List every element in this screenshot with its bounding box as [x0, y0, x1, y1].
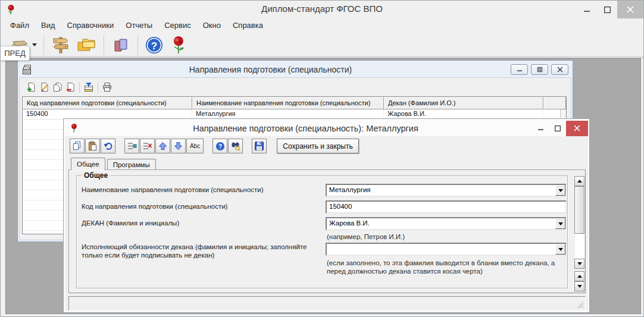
copy-record-icon: [52, 82, 62, 92]
save-icon: [254, 141, 264, 151]
folders-icon: [76, 36, 97, 54]
detail-titlebar[interactable]: Направление подготовки (специальность): …: [65, 120, 588, 136]
list-restore-button[interactable]: [531, 64, 548, 75]
application-window: Диплом-стандарт ФГОС ВПО Файл Вид Справо…: [0, 0, 644, 317]
scroll-up-button[interactable]: [574, 176, 584, 186]
search-button[interactable]: [228, 139, 243, 153]
paste-icon: [87, 141, 98, 151]
acting-dean-hint: (если заполнено, то эта фамилия выводитс…: [327, 259, 565, 275]
scrollbar-track[interactable]: [575, 234, 584, 259]
svg-text:?: ?: [218, 143, 221, 150]
undo-icon: [103, 141, 113, 151]
scrollbar-thumb[interactable]: [574, 186, 584, 234]
delete-row-button[interactable]: [140, 139, 155, 153]
detail-close-button[interactable]: [566, 121, 588, 136]
menu-help[interactable]: Справка: [227, 19, 269, 32]
books-button[interactable]: [108, 34, 133, 57]
copy-button[interactable]: [70, 139, 85, 153]
menu-bar: Файл Вид Справочники Отчеты Сервис Окно …: [1, 18, 643, 32]
save-button[interactable]: [252, 139, 267, 153]
help-icon: ?: [215, 142, 225, 151]
new-record-button[interactable]: [24, 81, 37, 94]
window-title: Диплом-стандарт ФГОС ВПО: [1, 4, 643, 14]
toolbar-separator: [137, 35, 138, 55]
tab-general[interactable]: Общее: [71, 158, 105, 170]
move-up-button[interactable]: [155, 139, 170, 153]
paste-button[interactable]: [85, 139, 100, 153]
detail-maximize-button[interactable]: [549, 121, 566, 136]
cell-code[interactable]: 150400: [23, 109, 192, 119]
help-button[interactable]: ?: [142, 34, 166, 57]
spellcheck-button[interactable]: Abc: [186, 139, 204, 153]
menu-file[interactable]: Файл: [4, 19, 35, 32]
tab-programs[interactable]: Программы: [107, 159, 156, 170]
dean-combo-value[interactable]: Жарова В.И.: [327, 218, 555, 229]
menu-view[interactable]: Вид: [35, 19, 61, 32]
signpost-button[interactable]: [48, 34, 73, 57]
move-down-button[interactable]: [171, 139, 186, 153]
edit-record-button[interactable]: [37, 81, 51, 94]
copy-record-button[interactable]: [51, 81, 64, 94]
list-close-button[interactable]: [551, 64, 568, 75]
menu-service[interactable]: Сервис: [158, 19, 197, 32]
cell-dean[interactable]: Жарова В.И.: [384, 109, 543, 119]
folders-button[interactable]: [73, 34, 99, 57]
print-button[interactable]: [101, 81, 114, 94]
maximize-button[interactable]: [597, 1, 617, 18]
column-header-empty: [543, 97, 566, 109]
acting-dean-field-label: Исполняющий обязанности декана (фамилия …: [82, 243, 317, 259]
move-down-icon: [174, 142, 183, 150]
acting-dean-combo-dropdown-button[interactable]: [555, 244, 565, 255]
save-and-close-button[interactable]: Сохранить и закрыть: [277, 139, 359, 153]
filter-icon: [83, 82, 94, 92]
delete-record-button[interactable]: [64, 81, 77, 94]
name-combo-dropdown-button[interactable]: [555, 185, 565, 196]
books-icon: [111, 36, 131, 54]
main-toolbar: ?: [1, 32, 643, 58]
column-header-name[interactable]: Наименование направления подготовки (спе…: [192, 97, 384, 109]
scroll-down-button[interactable]: [574, 259, 584, 269]
close-button[interactable]: [617, 1, 643, 18]
list-minimize-button[interactable]: [511, 64, 528, 75]
cell-name[interactable]: Металлургия: [192, 109, 384, 119]
list-window-titlebar[interactable]: Направления подготовки (специальности): [19, 62, 571, 77]
column-header-dean[interactable]: Декан (Фамилия И.О.): [384, 97, 543, 109]
acting-dean-combo-value[interactable]: [327, 244, 555, 255]
spellcheck-label: Abc: [190, 143, 200, 149]
filter-button[interactable]: [82, 81, 95, 94]
extra-scroll-up-button[interactable]: [574, 271, 584, 281]
toolbar-separator: [43, 35, 44, 55]
main-titlebar: Диплом-стандарт ФГОС ВПО: [1, 1, 643, 18]
dean-hint: (например, Петров И.И.): [327, 233, 405, 241]
rose-icon: [70, 123, 79, 133]
detail-vertical-scrollbar[interactable]: [574, 176, 584, 291]
name-combo[interactable]: Металлургия: [326, 184, 567, 197]
delete-record-icon: [65, 82, 76, 92]
dropdown-caret-icon[interactable]: [32, 43, 37, 46]
insert-row-button[interactable]: [124, 139, 139, 153]
undo-button[interactable]: [101, 139, 115, 153]
column-header-code[interactable]: Код направления подготовки (специальност…: [23, 97, 192, 109]
toolbar-separator: [104, 35, 104, 55]
dean-combo[interactable]: Жарова В.И.: [326, 217, 567, 230]
pred-tooltip-label: ПРЕД: [4, 49, 26, 58]
resize-grip-icon[interactable]: [576, 300, 584, 309]
detail-window-title: Направление подготовки (специальность): …: [79, 124, 533, 133]
acting-dean-combo[interactable]: [326, 243, 567, 256]
triangle-up-icon: [577, 180, 582, 183]
name-combo-value[interactable]: Металлургия: [327, 185, 555, 196]
code-input[interactable]: 150400: [326, 200, 567, 214]
minimize-button[interactable]: [577, 1, 597, 18]
help-button-dialog[interactable]: ?: [212, 139, 227, 153]
extra-scroll-down-button[interactable]: [574, 281, 584, 291]
menu-reports[interactable]: Отчеты: [120, 19, 158, 32]
detail-minimize-button[interactable]: [533, 121, 549, 136]
new-record-icon: [26, 82, 36, 92]
tab-page-general: Общее Наименование направления подготовк…: [68, 170, 586, 293]
rose-icon: [168, 35, 189, 55]
menu-references[interactable]: Справочники: [61, 19, 120, 32]
menu-window[interactable]: Окно: [197, 19, 227, 32]
about-rose-button[interactable]: [166, 34, 191, 57]
dean-combo-dropdown-button[interactable]: [555, 218, 565, 229]
table-header-row: Код направления подготовки (специальност…: [23, 97, 566, 109]
